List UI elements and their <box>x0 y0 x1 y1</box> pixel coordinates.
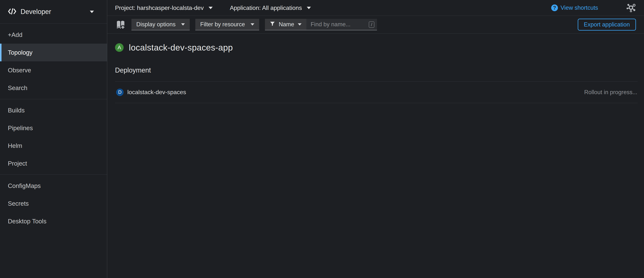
chevron-down-icon <box>181 23 185 25</box>
export-application-button[interactable]: Export application <box>578 19 636 31</box>
nav-group-main: +Add Topology Observe Search <box>0 24 107 99</box>
application-group-heading: A localstack-dev-spaces-app <box>115 42 638 53</box>
sidebar-item-helm[interactable]: Helm <box>0 137 107 154</box>
view-shortcuts-label: View shortcuts <box>560 4 598 11</box>
sidebar-item-secrets[interactable]: Secrets <box>0 195 107 212</box>
chevron-down-icon <box>307 7 311 9</box>
topology-list-content: A localstack-dev-spaces-app Deployment D… <box>107 33 644 278</box>
sidebar-item-configmaps[interactable]: ConfigMaps <box>0 177 107 195</box>
deployment-badge: D <box>116 89 124 96</box>
sidebar: Developer +Add Topology Observe Search B… <box>0 0 107 278</box>
resource-status: Rollout in progress... <box>584 89 637 96</box>
filter-type-label: Name <box>279 21 294 28</box>
sidebar-item-builds[interactable]: Builds <box>0 101 107 119</box>
find-by-name-wrap: / <box>306 19 377 30</box>
quick-search-book-icon[interactable] <box>116 20 126 29</box>
topology-toolbar: Display options Filter by resource Name <box>107 16 644 33</box>
resource-section-title: Deployment <box>115 66 638 74</box>
sidebar-item-observe[interactable]: Observe <box>0 61 107 79</box>
view-shortcuts-link[interactable]: ? View shortcuts <box>551 4 598 11</box>
application-dropdown-label: Application: All applications <box>230 4 302 11</box>
perspective-label: Developer <box>20 8 51 16</box>
chevron-down-icon <box>250 23 254 25</box>
project-dropdown[interactable]: Project: harshcasper-localsta-dev <box>115 4 213 11</box>
resource-name-link[interactable]: localstack-dev-spaces <box>127 89 186 96</box>
display-options-label: Display options <box>136 21 176 28</box>
chevron-down-icon <box>90 11 94 13</box>
filter-icon <box>270 21 275 28</box>
filter-type-dropdown[interactable]: Name <box>265 19 306 30</box>
sidebar-item-desktop-tools[interactable]: Desktop Tools <box>0 212 107 230</box>
perspective-switcher[interactable]: Developer <box>0 0 107 24</box>
sidebar-item-project[interactable]: Project <box>0 154 107 172</box>
sidebar-item-search[interactable]: Search <box>0 79 107 97</box>
perspective-left: Developer <box>8 8 90 16</box>
filter-by-resource-dropdown[interactable]: Filter by resource <box>195 19 259 30</box>
project-dropdown-label: Project: harshcasper-localsta-dev <box>115 4 204 11</box>
context-bar: Project: harshcasper-localsta-dev Applic… <box>107 0 644 16</box>
main-column: Project: harshcasper-localsta-dev Applic… <box>107 0 644 278</box>
topology-view-icon[interactable] <box>626 3 636 12</box>
name-filter-group: Name / <box>265 19 377 30</box>
slash-shortcut-badge: / <box>369 21 374 28</box>
resource-list: D localstack-dev-spaces Rollout in progr… <box>115 81 638 103</box>
code-icon <box>8 8 16 15</box>
table-row[interactable]: D localstack-dev-spaces Rollout in progr… <box>115 81 638 103</box>
chevron-down-icon <box>208 7 213 9</box>
nav-group-build: Builds Pipelines Helm Project <box>0 99 107 174</box>
find-by-name-input[interactable] <box>306 19 377 30</box>
display-options-dropdown[interactable]: Display options <box>132 19 190 30</box>
context-bar-right: ? View shortcuts <box>551 3 636 12</box>
sidebar-item-topology[interactable]: Topology <box>0 44 107 61</box>
filter-by-resource-label: Filter by resource <box>200 21 245 28</box>
application-dropdown[interactable]: Application: All applications <box>230 4 311 11</box>
application-title: localstack-dev-spaces-app <box>129 42 233 53</box>
sidebar-item-pipelines[interactable]: Pipelines <box>0 119 107 137</box>
question-circle-icon: ? <box>551 4 558 11</box>
application-badge: A <box>115 43 124 52</box>
sidebar-item-add[interactable]: +Add <box>0 26 107 44</box>
app-root: Developer +Add Topology Observe Search B… <box>0 0 644 278</box>
chevron-down-icon <box>298 23 302 25</box>
nav-group-resources: ConfigMaps Secrets Desktop Tools <box>0 174 107 232</box>
